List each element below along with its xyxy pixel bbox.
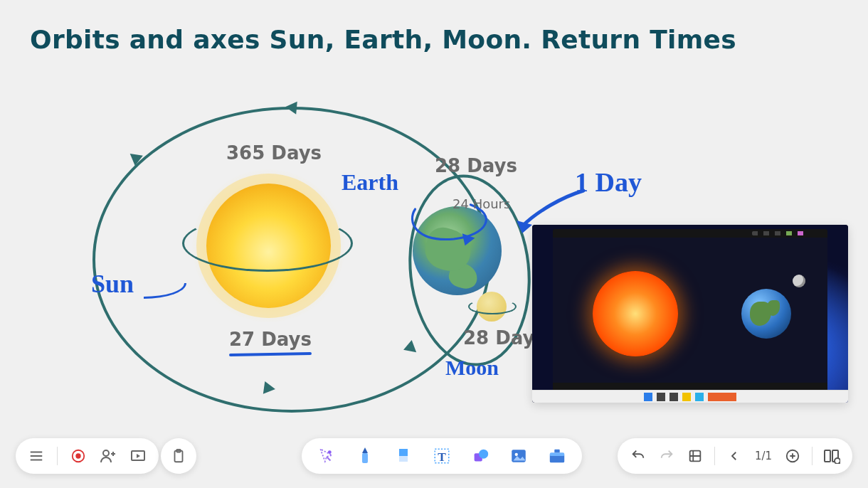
divider	[812, 447, 813, 465]
divider	[57, 447, 58, 465]
moon-axis-ring	[468, 299, 517, 314]
shapes-icon[interactable]	[471, 447, 489, 465]
svg-rect-18	[554, 450, 559, 453]
label-24-hours: 24 Hours	[452, 196, 510, 211]
toolbox-icon[interactable]	[548, 447, 566, 465]
inset-window-bottombar	[553, 383, 827, 390]
page-overview-icon[interactable]	[822, 447, 841, 465]
present-icon[interactable]	[129, 447, 147, 465]
page-indicator: 1/1	[753, 450, 773, 462]
redo-icon[interactable]	[657, 447, 676, 465]
eraser-icon[interactable]	[394, 447, 413, 465]
svg-rect-9	[399, 456, 408, 462]
sun-axis-ring	[182, 215, 353, 272]
undo-icon[interactable]	[629, 447, 647, 465]
label-earth: Earth	[342, 169, 398, 196]
toolbar-clipboard	[161, 438, 196, 474]
svg-point-13	[479, 450, 488, 459]
inset-titlebar	[553, 229, 827, 238]
add-page-icon[interactable]	[783, 447, 802, 465]
divider	[714, 447, 715, 465]
svg-rect-7	[362, 453, 368, 463]
svg-point-1	[75, 453, 80, 458]
inset-moon-image	[793, 275, 805, 287]
inset-sun-image	[593, 271, 678, 356]
toolbar-right: 1/1	[618, 438, 852, 474]
label-27-days: 27 Days	[229, 329, 312, 356]
menu-icon[interactable]	[27, 447, 46, 465]
image-icon[interactable]	[509, 447, 528, 465]
record-icon[interactable]	[69, 447, 88, 465]
toolbar-tools: T	[302, 438, 582, 474]
svg-point-2	[103, 450, 109, 456]
orbit-arrow-icon	[285, 100, 297, 114]
text-icon[interactable]: T	[433, 447, 451, 465]
inset-taskbar	[532, 390, 848, 403]
pen-icon[interactable]	[356, 447, 374, 465]
inset-earth-image	[741, 289, 791, 339]
label-moon: Moon	[445, 356, 499, 380]
svg-rect-8	[399, 449, 408, 456]
label-28-days-top: 28 Days	[435, 155, 517, 176]
orbit-arrow-icon	[263, 381, 276, 396]
clipboard-icon[interactable]	[169, 447, 188, 465]
inset-desktop-preview[interactable]	[532, 225, 848, 403]
toolbar-left	[16, 438, 159, 474]
svg-point-6	[328, 450, 332, 454]
prev-page-icon[interactable]	[725, 447, 743, 465]
add-user-icon[interactable]	[99, 447, 117, 465]
label-365-days: 365 Days	[226, 142, 322, 164]
label-sun: Sun	[91, 269, 134, 299]
svg-text:T: T	[438, 450, 446, 464]
crop-icon[interactable]	[686, 447, 704, 465]
svg-rect-17	[550, 452, 564, 456]
cursor-icon[interactable]	[317, 447, 336, 465]
svg-point-15	[515, 453, 518, 456]
svg-rect-21	[825, 450, 830, 462]
